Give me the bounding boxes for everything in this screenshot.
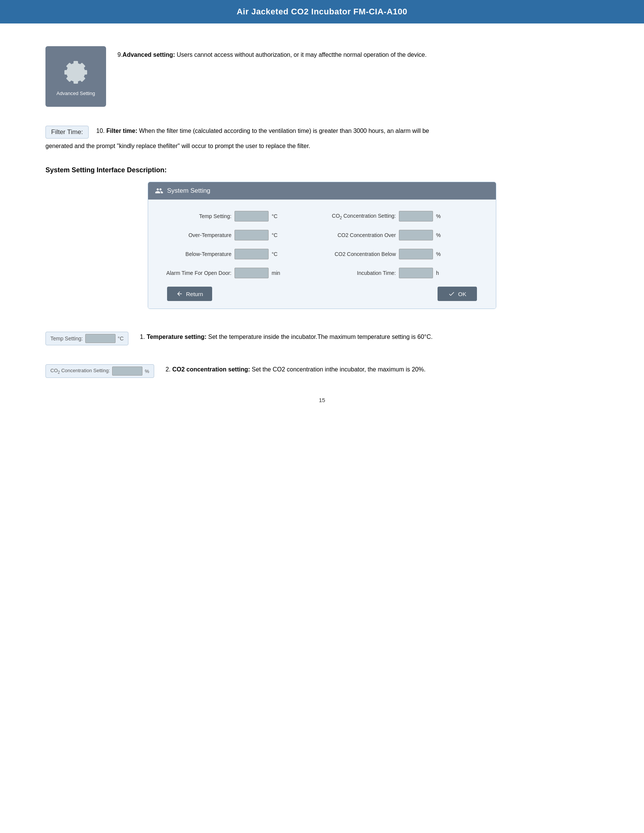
ss-row-3: Below-Temperature °C CO2 Concentration B… (163, 249, 481, 259)
system-setting-box: System Setting Temp Setting: °C CO2 Conc… (148, 182, 496, 309)
ss-co2-conc-input[interactable] (399, 211, 433, 222)
temp-section-body: Set the temperature inside the incubator… (208, 334, 433, 340)
content-area: Advanced Setting 9.Advanced setting: Use… (0, 24, 644, 437)
co2-section-body: Set the CO2 concentration inthe incubato… (251, 366, 425, 373)
temp-setting-inline-badge: Temp Setting: °C (45, 332, 129, 345)
temp-section-number: 1. (140, 334, 145, 340)
ss-alarm-door-unit: min (272, 270, 280, 276)
ss-field-temp: Temp Setting: °C (163, 211, 316, 222)
ss-co2-below-label: CO2 Concentration Below (328, 251, 396, 257)
ss-field-co2-below: CO2 Concentration Below % (328, 249, 481, 259)
co2-badge-label: CO2 Concentration Setting: (50, 368, 110, 375)
ss-co2-conc-label: CO2 Concentration Setting: (328, 213, 396, 220)
system-setting-icon (155, 187, 163, 195)
page-header: Air Jacketed CO2 Incubator FM-CIA-A100 (0, 0, 644, 24)
ss-co2-over-input[interactable] (399, 230, 433, 240)
ok-button[interactable]: OK (438, 286, 477, 301)
ss-below-temp-unit: °C (272, 251, 278, 257)
ss-header-title: System Setting (167, 187, 210, 195)
temp-text-block: 1. Temperature setting: Set the temperat… (140, 332, 599, 342)
ss-co2-conc-unit: % (436, 213, 441, 219)
section10-bold: Filter time: (106, 128, 137, 134)
ss-over-temp-input[interactable] (235, 230, 269, 240)
section9-body: Users cannot access without authorizatio… (177, 51, 427, 58)
section9-text: 9.Advanced setting: Users cannot access … (118, 46, 427, 60)
co2-inline-badge: CO2 Concentration Setting: % (45, 364, 154, 378)
section10-paragraph: generated and the prompt "kindly replace… (45, 141, 599, 151)
return-icon (176, 290, 183, 297)
ss-incubation-input[interactable] (399, 268, 433, 278)
ss-alarm-door-label: Alarm Time For Open Door: (163, 270, 232, 276)
checkmark-icon (448, 290, 455, 297)
ss-co2-over-unit: % (436, 232, 441, 238)
advanced-setting-label: Advanced Setting (56, 90, 95, 96)
co2-section-bold: CO2 concentration setting: (172, 366, 250, 373)
page-title: Air Jacketed CO2 Incubator FM-CIA-A100 (237, 7, 407, 16)
ss-buttons: Return OK (163, 286, 481, 301)
co2-section-number: 2. (166, 366, 171, 373)
ss-field-incubation: Incubation Time: h (328, 268, 481, 278)
advanced-setting-icon-block: Advanced Setting (45, 46, 106, 107)
ss-below-temp-label: Below-Temperature (163, 251, 232, 257)
return-button[interactable]: Return (167, 286, 212, 301)
ss-header: System Setting (148, 182, 496, 199)
filter-time-badge: Filter Time: (45, 126, 89, 138)
co2-text-block: 2. CO2 concentration setting: Set the CO… (166, 364, 599, 375)
temp-badge-input[interactable] (85, 334, 116, 343)
ok-btn-label: OK (458, 291, 466, 297)
ss-temp-label: Temp Setting: (163, 213, 232, 219)
ss-row-4: Alarm Time For Open Door: min Incubation… (163, 268, 481, 278)
co2-section: CO2 Concentration Setting: % 2. CO2 conc… (45, 364, 599, 378)
section9: Advanced Setting 9.Advanced setting: Use… (45, 46, 599, 107)
gear-icon (61, 57, 91, 87)
ss-alarm-door-input[interactable] (235, 268, 269, 278)
ss-field-over-temp: Over-Temperature °C (163, 230, 316, 240)
temp-setting-section: Temp Setting: °C 1. Temperature setting:… (45, 332, 599, 345)
ss-temp-input[interactable] (235, 211, 269, 222)
section9-bold: Advanced setting: (122, 51, 175, 58)
filter-time-row: Filter Time: 10. Filter time: When the f… (45, 126, 599, 138)
page: Air Jacketed CO2 Incubator FM-CIA-A100 A… (0, 0, 644, 833)
section10: Filter Time: 10. Filter time: When the f… (45, 126, 599, 151)
ss-co2-over-label: CO2 Concentration Over (328, 232, 396, 238)
section10-number: 10. (96, 128, 105, 134)
ss-co2-below-unit: % (436, 251, 441, 257)
ss-temp-unit: °C (272, 213, 278, 219)
section9-number: 9. (118, 51, 122, 58)
ss-co2-below-input[interactable] (399, 249, 433, 259)
system-setting-heading: System Setting Interface Description: (45, 166, 599, 174)
ss-over-temp-label: Over-Temperature (163, 232, 232, 238)
ss-field-alarm-door: Alarm Time For Open Door: min (163, 268, 316, 278)
ss-incubation-unit: h (436, 270, 439, 276)
ss-field-below-temp: Below-Temperature °C (163, 249, 316, 259)
page-number: 15 (45, 397, 599, 415)
ss-row-1: Temp Setting: °C CO2 Concentration Setti… (163, 211, 481, 222)
ss-over-temp-unit: °C (272, 232, 278, 238)
ss-below-temp-input[interactable] (235, 249, 269, 259)
ss-field-co2-conc: CO2 Concentration Setting: % (328, 211, 481, 222)
ss-field-co2-over: CO2 Concentration Over % (328, 230, 481, 240)
temp-badge-unit: °C (118, 336, 124, 341)
temp-badge-label: Temp Setting: (50, 336, 83, 341)
ss-body: Temp Setting: °C CO2 Concentration Setti… (148, 199, 496, 309)
co2-badge-input[interactable] (112, 367, 142, 376)
ss-row-2: Over-Temperature °C CO2 Concentration Ov… (163, 230, 481, 240)
return-btn-label: Return (186, 291, 203, 297)
ss-incubation-label: Incubation Time: (328, 270, 396, 276)
filter-time-badge-text: Filter Time: (51, 129, 83, 135)
section10-body-inline: When the filter time (calculated accordi… (139, 128, 429, 134)
temp-section-bold: Temperature setting: (147, 334, 206, 340)
co2-badge-unit: % (145, 368, 149, 374)
section10-text: 10. Filter time: When the filter time (c… (96, 126, 429, 136)
